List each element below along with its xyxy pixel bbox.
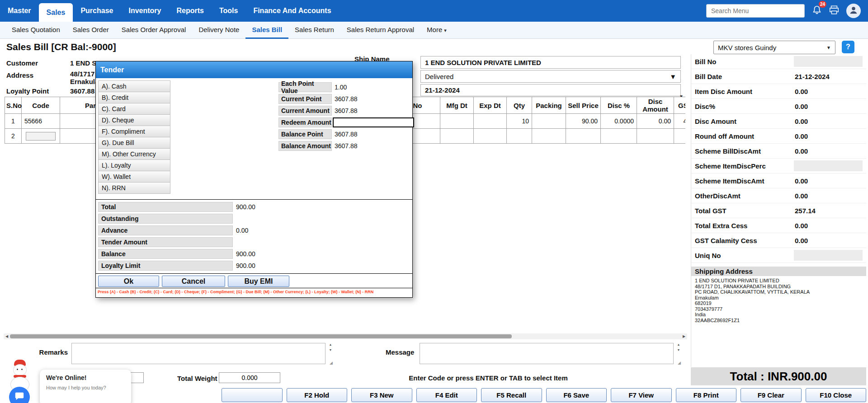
nav-item-master[interactable]: Master (0, 0, 39, 22)
subnav-sales-order[interactable]: Sales Order (66, 22, 115, 39)
tender-mode-due-bill[interactable]: G). Due Bill (98, 137, 170, 149)
f2-hold-button[interactable]: F2 Hold (287, 388, 348, 402)
nav-item-purchase[interactable]: Purchase (73, 0, 121, 22)
summary-row: Bill Date21-12-2024 (691, 69, 866, 84)
summary-row: OtherDiscAmt0.00 (691, 188, 866, 203)
advance-value: 0.00 (236, 225, 248, 235)
resize-grip-icon[interactable]: ◢ (330, 361, 333, 365)
balance-amount-label: Balance Amount (278, 141, 332, 151)
col-gst: GST (674, 97, 686, 114)
current-amount-value: 3607.88 (335, 106, 358, 116)
f9-clear-button[interactable]: F9 Clear (741, 388, 802, 402)
col-exp-dt: Exp Dt (474, 97, 507, 114)
balance-point-value: 3607.88 (335, 129, 358, 139)
resize-grip-icon[interactable]: ◢ (678, 361, 681, 365)
nav-item-sales[interactable]: Sales (39, 3, 73, 22)
tender-mode-cheque[interactable]: D). Cheque (98, 114, 170, 126)
grand-total: Total : INR.900.00 (691, 367, 866, 385)
subnav-sales-order-approval[interactable]: Sales Order Approval (115, 22, 193, 39)
tender-mode-loyalty[interactable]: L). Loyalty (98, 159, 170, 171)
horizontal-scrollbar[interactable]: ◀ ▶ (4, 333, 687, 339)
subnav-delivery-note[interactable]: Delivery Note (192, 22, 245, 39)
help-button[interactable]: ? (842, 41, 854, 53)
subnav-sales-bill[interactable]: Sales Bill (245, 22, 288, 39)
f4-edit-button[interactable]: F4 Edit (416, 388, 477, 402)
balance-point-label: Balance Point (278, 129, 332, 139)
chat-widget[interactable]: We're Online! How may I help you today? (40, 370, 131, 403)
fkey-blank-button[interactable] (222, 388, 283, 402)
item-code-input[interactable] (26, 132, 56, 141)
tender-buttons-row: Ok Cancel Buy EMI (96, 274, 412, 288)
message-field-wrap: ▲▼ ◢ (420, 343, 682, 364)
total-weight-input[interactable] (219, 372, 280, 383)
nav-item-finance[interactable]: Finance And Accounts (245, 0, 339, 22)
tender-upper-section: A). Cash B). Credit C). Card D). Cheque … (96, 78, 412, 200)
spinner-arrows-icon[interactable]: ▲▼ (327, 343, 334, 351)
redeem-amount-input[interactable] (333, 117, 414, 127)
loyalty-point-value: 3607.88 (70, 87, 94, 95)
subnav-sales-return-approval[interactable]: Sales Return Approval (340, 22, 420, 39)
cell-sell-price: 90.00 (566, 114, 601, 129)
print-button[interactable] (829, 5, 839, 17)
tender-mode-cash[interactable]: A). Cash (98, 80, 170, 92)
person-icon (849, 5, 858, 16)
summary-row: Uniq No (691, 248, 866, 263)
empty-value-cell (794, 160, 863, 171)
notifications-button[interactable]: 24 (812, 5, 822, 17)
subnav-sales-quotation[interactable]: Sales Quotation (5, 22, 66, 39)
subnav-more[interactable]: More▾ (420, 22, 453, 39)
col-code: Code (22, 97, 60, 114)
cell-gst: 4 (674, 114, 686, 129)
shipping-address-line: Ernakulam (691, 295, 866, 301)
current-point-value: 3607.88 (335, 94, 358, 104)
remarks-textarea[interactable] (71, 343, 326, 364)
search-input[interactable] (706, 4, 805, 18)
col-sno: S.No (5, 97, 22, 114)
tender-mode-compliment[interactable]: F). Compliment (98, 126, 170, 137)
spinner-arrows-icon[interactable]: ▲▼ (675, 343, 682, 351)
tender-mode-card[interactable]: C). Card (98, 103, 170, 115)
delivery-status-value: Delivered (425, 73, 453, 80)
tender-mode-wallet[interactable]: W). Wallet (98, 171, 170, 183)
cancel-button[interactable]: Cancel (162, 276, 225, 287)
tender-mode-credit[interactable]: B). Credit (98, 92, 170, 103)
loyalty-limit-value: 900.00 (236, 261, 255, 271)
chat-greeting: How may I help you today? (46, 385, 125, 390)
shipping-address-line: 682019 (691, 300, 866, 306)
each-point-value-label: Each Point Value (278, 82, 332, 92)
message-textarea[interactable] (420, 343, 674, 364)
scroll-right-icon[interactable]: ▶ (681, 333, 687, 339)
chevron-down-icon: ▾ (444, 28, 447, 33)
empty-value-cell (794, 250, 863, 261)
nav-item-inventory[interactable]: Inventory (121, 0, 169, 22)
f6-save-button[interactable]: F6 Save (546, 388, 607, 402)
tender-mode-rrn[interactable]: N). RRN (98, 182, 170, 194)
f8-print-button[interactable]: F8 Print (676, 388, 737, 402)
shipping-address-title: Shipping Address (691, 267, 866, 276)
shipping-address-line: PC ROAD, CHALIKKAVATTOM, VYTTILA, KERALA (691, 289, 866, 295)
scroll-left-icon[interactable]: ◀ (4, 333, 10, 339)
tender-summary-section: Total 900.00 Outstanding Advance 0.00 Te… (96, 200, 412, 274)
ship-name-field[interactable]: 1 END SOLUTION PRIVATE LIMITED (420, 56, 681, 69)
nav-item-reports[interactable]: Reports (169, 0, 211, 22)
ok-button[interactable]: Ok (98, 276, 159, 287)
f7-view-button[interactable]: F7 View (611, 388, 672, 402)
col-sell-price: Sell Price (566, 97, 601, 114)
f10-close-button[interactable]: F10 Close (806, 388, 867, 402)
bill-date-field[interactable]: 21-12-2024 (420, 84, 681, 96)
tender-mode-other-currency[interactable]: M). Other Currency (98, 148, 170, 160)
nav-item-tools[interactable]: Tools (212, 0, 245, 22)
buy-emi-button[interactable]: Buy EMI (228, 276, 289, 287)
f3-new-button[interactable]: F3 New (351, 388, 412, 402)
scrollbar-thumb[interactable] (10, 334, 512, 338)
cell-disc-pct: 0.0000 (601, 114, 637, 129)
subnav-sales-return[interactable]: Sales Return (288, 22, 340, 39)
shipping-address-line: 1 END SOLUTION PRIVATE LIMITED (691, 278, 866, 284)
loyalty-limit-label: Loyalty Limit (98, 261, 233, 271)
f5-recall-button[interactable]: F5 Recall (481, 388, 542, 402)
store-selector[interactable]: MKV stores Guindy ▼ (713, 41, 835, 54)
delivery-status-select[interactable]: Delivered ▼ (420, 70, 681, 83)
customer-label: Customer (6, 59, 38, 67)
cell-sno: 2 (5, 129, 22, 144)
user-avatar[interactable] (846, 4, 861, 18)
